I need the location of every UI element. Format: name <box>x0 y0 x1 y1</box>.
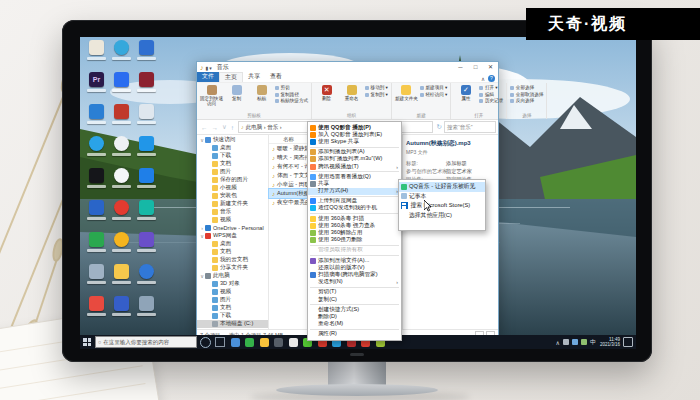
sidebar-item-桌面[interactable]: 桌面 <box>197 144 268 152</box>
taskbar-app-icon[interactable] <box>231 338 240 347</box>
desktop-icon[interactable] <box>109 136 134 166</box>
menu-item[interactable]: 添加到“播放列表.m3u”(W) <box>308 156 401 163</box>
sidebar-item-视频[interactable]: 视频 <box>197 288 268 296</box>
menu-item[interactable]: QQ音乐 - 让好音乐被听见 <box>399 182 485 192</box>
sidebar-item-桌面[interactable]: 桌面 <box>197 240 268 248</box>
sidebar-item-音乐[interactable]: 音乐 <box>197 208 268 216</box>
menu-item[interactable]: 还原以前的版本(V) <box>308 264 401 271</box>
menu-item[interactable]: 加入 QQ影音 播放列表(E) <box>308 131 401 138</box>
sidebar-item-OneDrive - Personal[interactable]: ›OneDrive - Personal <box>197 224 268 232</box>
menu-item[interactable]: 管理员取得所有权 <box>308 247 401 254</box>
taskbar-app-icon[interactable] <box>260 338 269 347</box>
desktop-icon[interactable] <box>134 168 159 198</box>
minimize-button[interactable]: ─ <box>453 62 468 73</box>
desktop-icon[interactable] <box>84 104 109 134</box>
ribbon-button[interactable]: 固定到快速访问 <box>200 84 223 112</box>
menu-item[interactable]: 添加到播放列表(A) <box>308 149 401 156</box>
sidebar-item-分享文件夹[interactable]: 分享文件夹 <box>197 264 268 272</box>
taskbar-search-input[interactable]: ○ 在这里输入你要搜索的内容 <box>95 336 197 348</box>
desktop-icon[interactable] <box>84 296 109 326</box>
taskbar-app-icon[interactable] <box>245 338 254 347</box>
menu-item[interactable]: 使用 360杀毒 强力查杀 <box>308 222 401 229</box>
menu-item[interactable]: 打开方式(H)› <box>308 188 401 195</box>
menu-item[interactable]: 添加到压缩文件(A)... <box>308 257 401 264</box>
sidebar-item-新建文件夹[interactable]: 新建文件夹 <box>197 200 268 208</box>
ribbon-small-button[interactable]: 历史记录 <box>479 98 503 105</box>
menu-item[interactable]: 记事本 <box>399 192 485 202</box>
ribbon-small-button[interactable]: 反向选择 <box>510 98 543 105</box>
menu-item[interactable]: 使用 QQ影音 播放(P) <box>308 124 401 131</box>
desktop-icon[interactable] <box>109 200 134 230</box>
menu-item[interactable]: 共享 <box>308 180 401 187</box>
sidebar-item-我的云文档[interactable]: 我的云文档 <box>197 256 268 264</box>
detail-value[interactable]: 指定艺术家 <box>446 167 472 175</box>
ribbon-button[interactable]: 重命名 <box>340 84 363 112</box>
tab-主页[interactable]: 主页 <box>219 72 243 82</box>
sidebar-item-文档[interactable]: 文档 <box>197 160 268 168</box>
tab-查看[interactable]: 查看 <box>265 72 287 82</box>
desktop-icon[interactable] <box>84 264 109 294</box>
tray-icon[interactable] <box>563 339 569 345</box>
menu-item[interactable]: 删除(D) <box>308 313 401 320</box>
menu-item[interactable]: 重命名(M) <box>308 321 401 328</box>
history-dropdown-icon[interactable]: ∨ <box>222 123 227 131</box>
menu-item[interactable]: 腾讯视频播放(T)› <box>308 163 401 170</box>
start-button[interactable] <box>83 338 91 346</box>
desktop-icon[interactable]: Pr <box>84 72 109 102</box>
sidebar-item-保存的图片[interactable]: 保存的图片 <box>197 176 268 184</box>
quick-access-toolbar[interactable]: ▮▾ <box>206 65 213 71</box>
sidebar-item-图片[interactable]: 图片 <box>197 296 268 304</box>
menu-item[interactable]: 复制(C) <box>308 296 401 303</box>
menu-item[interactable]: 使用迅雷看看播放(Q) <box>308 173 401 180</box>
menu-item[interactable]: 扫描病毒(腾讯电脑管家) <box>308 271 401 278</box>
menu-item[interactable]: 属性(R) <box>308 331 401 338</box>
ribbon-button[interactable]: ✓属性 <box>454 84 477 112</box>
menu-item[interactable]: 剪切(T) <box>308 289 401 296</box>
desktop-icon[interactable] <box>134 40 159 70</box>
desktop-icon[interactable] <box>109 104 134 134</box>
menu-item[interactable]: 使用 360强力删除 <box>308 237 401 244</box>
search-input[interactable]: 搜索“音乐” <box>444 121 496 133</box>
ribbon-small-button[interactable]: 复制到 ▾ <box>365 92 388 99</box>
sidebar-item-图片[interactable]: 图片 <box>197 168 268 176</box>
refresh-icon[interactable]: ↻ <box>437 123 442 131</box>
desktop-icon[interactable] <box>109 296 134 326</box>
sidebar-item-快速访问[interactable]: ∨快速访问 <box>197 136 268 144</box>
back-button[interactable]: ← <box>201 124 208 131</box>
sidebar-item-下载[interactable]: 下载 <box>197 312 268 320</box>
ribbon-small-button[interactable]: 粘贴快捷方式 <box>275 98 308 105</box>
ribbon-button[interactable]: 复制 <box>225 84 248 112</box>
close-button[interactable]: ✕ <box>483 62 498 73</box>
sidebar-item-文档[interactable]: 文档 <box>197 248 268 256</box>
menu-item[interactable]: 上传到百度网盘 <box>308 198 401 205</box>
desktop-icon[interactable] <box>134 104 159 134</box>
sidebar-item-小视频[interactable]: 小视频 <box>197 184 268 192</box>
help-icon[interactable]: ? <box>488 75 495 82</box>
forward-button[interactable]: → <box>212 124 219 131</box>
sidebar-item-视频[interactable]: 视频 <box>197 216 268 224</box>
tab-共享[interactable]: 共享 <box>243 72 265 82</box>
tab-文件[interactable]: 文件 <box>197 72 219 82</box>
desktop-icon[interactable] <box>84 40 109 70</box>
ribbon-button[interactable]: 粘贴 <box>250 84 273 112</box>
taskbar-clock[interactable]: 11:49 2021/3/16 <box>600 337 620 347</box>
task-view-button[interactable] <box>215 337 225 347</box>
desktop-icon[interactable] <box>109 72 134 102</box>
menu-item[interactable]: 使用 360解除占用 <box>308 229 401 236</box>
desktop-icon[interactable] <box>134 232 159 262</box>
menu-item[interactable]: 搜索 Microsoft Store(S) <box>399 201 485 211</box>
desktop-icon[interactable] <box>84 168 109 198</box>
up-button[interactable]: ↑ <box>231 124 234 131</box>
desktop-icon[interactable] <box>134 200 159 230</box>
maximize-button[interactable]: □ <box>468 62 483 73</box>
ribbon-small-button[interactable]: 轻松访问 ▾ <box>420 92 447 99</box>
desktop-icon[interactable] <box>134 72 159 102</box>
action-center-icon[interactable] <box>623 337 633 347</box>
sidebar-item-本地磁盘 (C:)[interactable]: 本地磁盘 (C:) <box>197 320 268 328</box>
desktop-icon[interactable] <box>134 296 159 326</box>
sidebar-item-WPS网盘[interactable]: ∨WPS网盘 <box>197 232 268 240</box>
ime-indicator[interactable]: 中 <box>590 338 596 347</box>
desktop-icon[interactable] <box>109 264 134 294</box>
ribbon-button[interactable]: 新建文件夹 <box>395 84 418 112</box>
desktop-icon[interactable] <box>134 264 159 294</box>
